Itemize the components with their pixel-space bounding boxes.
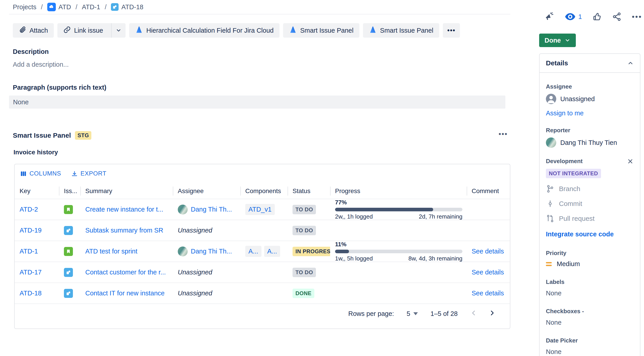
pull-request-icon: [546, 214, 554, 223]
summary-link[interactable]: ATD test for sprint: [85, 248, 173, 255]
table-toolbar: COLUMNS EXPORT: [15, 164, 510, 177]
assign-to-me-link[interactable]: Assign to me: [546, 109, 634, 117]
col-header-issuetype[interactable]: Iss...: [59, 184, 80, 199]
smart-issue-panel-title: Smart Issue Panel: [13, 132, 71, 139]
panel-more-button[interactable]: •••: [499, 130, 508, 138]
col-header-comment[interactable]: Comment: [467, 184, 510, 199]
app-button-hierarchical-calc[interactable]: Hierarchical Calculation Field For Jira …: [129, 23, 280, 38]
commit-icon: [546, 199, 554, 208]
col-header-assignee[interactable]: Assignee: [173, 184, 240, 199]
subtask-type-icon: [64, 268, 73, 277]
toolbar-more-button[interactable]: •••: [443, 23, 460, 38]
breadcrumb-project-atd[interactable]: ATD: [47, 3, 71, 11]
col-header-progress[interactable]: Progress: [330, 184, 467, 199]
breadcrumb-label: ATD-1: [82, 4, 100, 11]
download-icon: [71, 170, 78, 177]
col-header-status[interactable]: Status: [288, 184, 330, 199]
integrate-source-code-link[interactable]: Integrate source code: [546, 231, 634, 238]
comment-link[interactable]: See details: [472, 269, 504, 276]
jira-issue-page: Projects / ATD / ATD-1 / ATD-18 Attach: [0, 0, 644, 356]
app-button-smart-issue-panel-2[interactable]: Smart Issue Panel: [363, 23, 439, 38]
summary-link[interactable]: Create new instance for t...: [85, 206, 173, 213]
comment-link[interactable]: See details: [472, 248, 504, 255]
share-icon[interactable]: [612, 12, 622, 22]
details-panel-header[interactable]: Details: [540, 54, 640, 73]
issue-key-link[interactable]: ATD-19: [20, 227, 42, 234]
issue-action-icons: 1 •••: [544, 12, 642, 22]
breadcrumb-separator: /: [41, 4, 43, 11]
summary-link[interactable]: Subtask summary from SR: [85, 227, 173, 234]
header-divider: [9, 14, 510, 15]
reporter-value[interactable]: Dang Thi Thuy Tien: [546, 137, 634, 148]
assignee-unassigned: Unassigned: [178, 269, 212, 276]
unassigned-avatar-icon: [546, 94, 556, 104]
close-icon[interactable]: [627, 158, 634, 165]
next-page-button[interactable]: [489, 310, 496, 318]
comment-link[interactable]: See details: [472, 289, 504, 297]
issue-key-link[interactable]: ATD-1: [20, 248, 38, 255]
breadcrumb-current-issue[interactable]: ATD-18: [111, 3, 143, 11]
export-button[interactable]: EXPORT: [71, 170, 106, 177]
app-button-label: Smart Issue Panel: [300, 27, 354, 34]
status-transition-button[interactable]: Done: [539, 34, 576, 47]
rows-per-page-label: Rows per page:: [348, 310, 394, 317]
checkboxes-value[interactable]: None: [546, 319, 634, 326]
link-icon: [63, 26, 71, 35]
branch-icon: [546, 185, 554, 193]
assignee-value[interactable]: Unassigned: [546, 94, 634, 104]
description-placeholder[interactable]: Add a description...: [13, 61, 69, 68]
progress-logged: 1w,, 5h logged: [335, 255, 373, 262]
col-header-summary[interactable]: Summary: [80, 184, 173, 199]
col-header-components[interactable]: Components: [240, 184, 288, 199]
component-chip[interactable]: A...: [245, 246, 262, 257]
breadcrumb-projects[interactable]: Projects: [13, 4, 36, 11]
assignee-link[interactable]: Dang Thi Th...: [191, 206, 232, 213]
rows-per-page-select[interactable]: 5: [406, 310, 418, 317]
link-issue-button[interactable]: Link issue: [58, 23, 126, 38]
breadcrumb-parent-issue[interactable]: ATD-1: [82, 4, 100, 11]
assignee-link[interactable]: Dang Thi Th...: [191, 248, 232, 255]
col-header-key[interactable]: Key: [15, 184, 59, 199]
attach-button[interactable]: Attach: [13, 23, 54, 38]
vote-thumbs-up-icon[interactable]: [592, 12, 602, 22]
status-badge: DONE: [292, 289, 314, 298]
stg-badge: STG: [75, 131, 91, 140]
table-row: ATD-2 Create new instance for t... Dang …: [15, 199, 510, 220]
issue-toolbar: Attach Link issue Hierarchical Calculati…: [13, 23, 460, 38]
labels-value[interactable]: None: [546, 289, 634, 297]
issue-key-link[interactable]: ATD-18: [20, 289, 42, 297]
issue-key-link[interactable]: ATD-2: [20, 206, 38, 213]
paragraph-field-value[interactable]: None: [9, 96, 506, 109]
watchers-count: 1: [578, 13, 582, 21]
priority-value[interactable]: Medium: [546, 260, 634, 268]
paperclip-icon: [19, 26, 26, 35]
breadcrumb-label: ATD-18: [121, 4, 143, 11]
chevron-up-icon: [627, 60, 634, 66]
watch-button[interactable]: 1: [565, 13, 582, 21]
status-badge: TO DO: [292, 226, 316, 235]
date-picker-value[interactable]: None: [546, 348, 634, 355]
status-badge: TO DO: [292, 268, 316, 277]
link-issue-main[interactable]: Link issue: [58, 26, 108, 35]
feedback-megaphone-icon[interactable]: [544, 12, 554, 22]
story-type-icon: [64, 205, 73, 214]
previous-page-button[interactable]: [470, 310, 477, 318]
progress-percent: 77%: [335, 199, 462, 206]
issue-key-link[interactable]: ATD-17: [20, 269, 42, 276]
issue-more-button[interactable]: •••: [632, 13, 642, 21]
columns-button[interactable]: COLUMNS: [20, 170, 61, 177]
paragraph-field-title: Paragraph (supports rich text): [13, 84, 106, 91]
component-chip[interactable]: A...: [264, 246, 280, 257]
summary-link[interactable]: Contact IT for new instance: [85, 289, 173, 297]
branch-label: Branch: [559, 185, 580, 193]
link-issue-dropdown[interactable]: [111, 23, 126, 38]
invoice-history-title: Invoice history: [14, 149, 58, 156]
app-button-smart-issue-panel-1[interactable]: Smart Issue Panel: [283, 23, 359, 38]
reporter-name: Dang Thi Thuy Tien: [560, 139, 617, 146]
columns-icon: [20, 170, 27, 177]
summary-link[interactable]: Contact customer for the r...: [85, 269, 173, 276]
checkboxes-label: Checkboxes -: [546, 308, 634, 315]
component-chip[interactable]: ATD_v1: [245, 204, 275, 215]
status-badge: IN PROGRESS: [292, 247, 330, 256]
atlassian-app-icon: [135, 26, 143, 35]
